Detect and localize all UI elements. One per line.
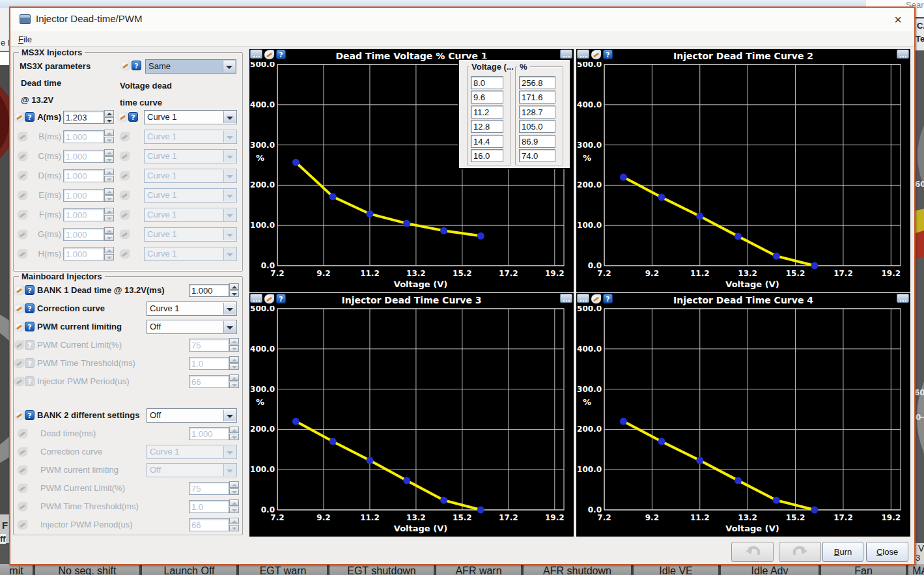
pencil-icon[interactable]	[14, 341, 24, 350]
pencil-icon[interactable]	[18, 484, 27, 493]
data-point[interactable]	[811, 262, 818, 270]
spinner-up[interactable]	[104, 227, 114, 234]
chevron-down-icon[interactable]	[223, 61, 235, 72]
percent-cell[interactable]: 86.9	[519, 135, 555, 148]
chevron-down-icon[interactable]	[223, 131, 236, 143]
chevron-down-icon[interactable]	[223, 150, 236, 162]
spinner-down[interactable]	[104, 195, 114, 202]
dropdown[interactable]: Curve 1	[147, 445, 237, 459]
value-input[interactable]: 1.0	[189, 500, 229, 513]
data-point[interactable]	[477, 232, 484, 240]
chevron-down-icon[interactable]	[223, 209, 236, 221]
pencil-icon[interactable]	[14, 286, 24, 295]
data-point[interactable]	[440, 497, 447, 504]
data-point[interactable]	[620, 418, 627, 425]
spinner-down[interactable]	[104, 137, 114, 143]
help-icon[interactable]: ?	[25, 376, 35, 386]
spinner[interactable]	[229, 481, 239, 496]
help-icon[interactable]: ?	[25, 112, 35, 122]
chart-panel-4[interactable]: Injector Dead Time Curve 4?7.29.211.213.…	[576, 293, 910, 537]
spinner-down[interactable]	[229, 507, 239, 513]
spinner-down[interactable]	[104, 117, 114, 124]
data-point[interactable]	[366, 456, 373, 464]
spinner[interactable]	[104, 169, 114, 183]
spinner[interactable]	[104, 208, 114, 222]
spinner-up[interactable]	[104, 110, 114, 117]
help-icon[interactable]: ?	[25, 410, 35, 420]
help-icon[interactable]: ?	[603, 294, 613, 303]
dropdown[interactable]: Off	[147, 408, 237, 423]
spinner[interactable]	[229, 338, 239, 352]
dropdown[interactable]: Curve 1	[147, 302, 237, 316]
bottom-tab-launch-off[interactable]: Launch Off	[139, 564, 236, 575]
percent-cell[interactable]: 105.0	[519, 120, 555, 133]
chevron-down-icon[interactable]	[223, 189, 236, 201]
bottom-tab-mapsa[interactable]: MAPsa	[906, 564, 924, 575]
spinner[interactable]	[229, 374, 239, 389]
dropdown[interactable]: Off	[147, 463, 237, 477]
data-point[interactable]	[366, 210, 373, 217]
voltage-cell[interactable]: 16.0	[471, 149, 503, 162]
spinner-down[interactable]	[229, 345, 239, 352]
chevron-down-icon[interactable]	[223, 446, 236, 458]
pencil-icon[interactable]	[591, 50, 601, 59]
spinner[interactable]	[104, 188, 114, 203]
chart-settings-button[interactable]	[897, 294, 909, 303]
value-input[interactable]: 1.000	[63, 208, 104, 221]
data-point[interactable]	[773, 497, 780, 504]
chart-panel-3[interactable]: Injector Dead Time Curve 3?7.29.211.213.…	[249, 293, 574, 537]
pencil-icon[interactable]	[120, 171, 130, 180]
percent-cell[interactable]: 74.0	[519, 149, 555, 162]
bottom-tab-idle-adv[interactable]: Idle Adv	[718, 564, 819, 575]
pencil-icon[interactable]	[18, 502, 27, 511]
data-point[interactable]	[773, 253, 780, 260]
value-input[interactable]: 1.000	[63, 169, 104, 182]
data-point[interactable]	[292, 159, 300, 166]
value-input[interactable]: 1.000	[63, 228, 104, 241]
pencil-icon[interactable]	[120, 61, 130, 70]
bottom-tab-mit[interactable]: mit	[0, 564, 33, 575]
data-point[interactable]	[440, 227, 447, 234]
bottom-tab-afr-warn[interactable]: AFR warn	[434, 564, 521, 575]
spinner-up[interactable]	[229, 518, 239, 524]
pencil-icon[interactable]	[14, 304, 24, 313]
chart-menu-button[interactable]	[577, 49, 589, 59]
pencil-icon[interactable]	[14, 377, 24, 386]
bottom-tab-no-seq-shift[interactable]: No seq. shift	[33, 564, 139, 575]
percent-cell[interactable]: 256.8	[519, 76, 555, 89]
spinner[interactable]	[104, 227, 114, 242]
spinner-up[interactable]	[229, 283, 239, 290]
spinner-up[interactable]	[229, 427, 239, 433]
spinner-down[interactable]	[104, 156, 114, 163]
background-button-tes[interactable]: Tes	[916, 34, 924, 44]
spinner-down[interactable]	[229, 488, 239, 495]
value-input[interactable]: 1.000	[63, 130, 104, 143]
data-point[interactable]	[477, 507, 484, 514]
data-point[interactable]	[329, 438, 337, 445]
pencil-icon[interactable]	[18, 447, 27, 456]
undo-button[interactable]	[731, 542, 774, 562]
data-point[interactable]	[735, 232, 742, 240]
value-input[interactable]: 1.0	[189, 357, 229, 370]
dropdown[interactable]: Curve 1	[144, 188, 237, 203]
chart-plot[interactable]: 7.29.211.213.215.217.219.20.0100.0200.03…	[576, 306, 910, 537]
help-icon[interactable]: ?	[132, 61, 141, 70]
spinner-up[interactable]	[104, 247, 114, 253]
data-point[interactable]	[292, 418, 300, 425]
voltage-cell[interactable]: 14.4	[471, 135, 503, 148]
data-point[interactable]	[735, 477, 742, 484]
spinner-down[interactable]	[104, 176, 114, 182]
spinner-down[interactable]	[229, 525, 239, 531]
help-icon[interactable]: ?	[25, 303, 35, 313]
close-button[interactable]: Close	[866, 542, 908, 562]
chevron-down-icon[interactable]	[223, 111, 236, 123]
help-icon[interactable]: ?	[276, 49, 286, 59]
percent-cell[interactable]: 171.6	[519, 91, 555, 104]
chevron-down-icon[interactable]	[223, 248, 236, 260]
spinner-down[interactable]	[229, 290, 239, 297]
bottom-tab-egt-shutdown[interactable]: EGT shutdown	[327, 564, 434, 575]
spinner-up[interactable]	[104, 130, 114, 136]
dropdown[interactable]: Curve 1	[144, 169, 237, 183]
pencil-icon[interactable]	[118, 113, 128, 122]
voltage-cell[interactable]: 11.2	[471, 105, 503, 119]
